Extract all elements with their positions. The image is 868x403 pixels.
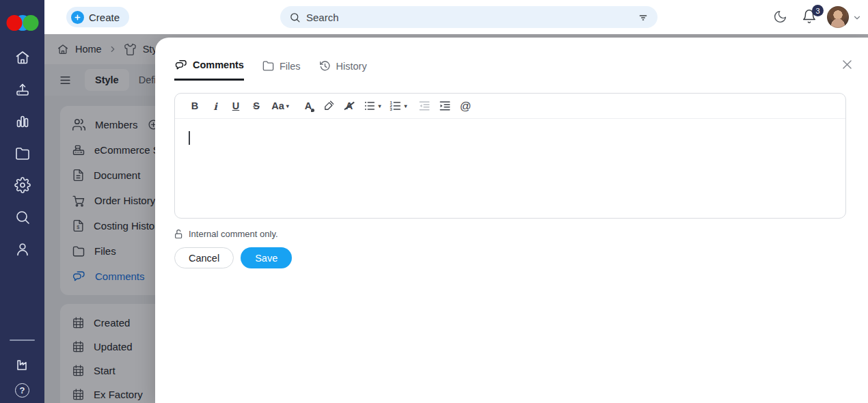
folder-icon <box>14 145 31 162</box>
chevron-down-icon[interactable] <box>852 13 862 23</box>
search-icon <box>289 12 301 23</box>
sidebar-item-factory[interactable] <box>0 357 44 373</box>
bullet-list-icon <box>364 100 376 112</box>
plus-icon <box>71 11 84 24</box>
drawer-actions: Cancel Save <box>174 247 292 268</box>
search-filter-icon[interactable] <box>638 12 649 23</box>
sidebar-item-profile[interactable] <box>0 241 44 258</box>
bullet-list-button[interactable]: ▾ <box>360 96 385 115</box>
tab-label: Comments <box>193 59 244 70</box>
outdent-button[interactable] <box>414 96 435 115</box>
gear-icon <box>14 177 31 193</box>
close-icon <box>841 58 854 71</box>
create-button-label: Create <box>89 12 120 23</box>
comment-editor: B i U S Aa▾ A A ▾ 123 ▾ <box>174 93 846 219</box>
numbered-list-button[interactable]: 123 ▾ <box>385 96 411 115</box>
tab-files[interactable]: Files <box>262 58 301 81</box>
app-root: Home Sty Style Definitio Members <box>0 0 868 403</box>
folder-icon <box>262 59 275 72</box>
comments-icon <box>174 58 188 72</box>
sidebar-divider <box>10 339 35 341</box>
nav-rail: ? <box>0 0 44 403</box>
cancel-button[interactable]: Cancel <box>174 247 234 268</box>
chevron-down-icon: ▾ <box>378 103 381 109</box>
svg-text:3: 3 <box>390 107 392 111</box>
tab-label: History <box>336 61 367 72</box>
unlock-icon <box>174 229 184 239</box>
sidebar-item-help[interactable]: ? <box>0 382 44 398</box>
app-logo[interactable] <box>6 14 39 32</box>
comment-text-area[interactable] <box>175 119 845 219</box>
sidebar-item-search[interactable] <box>0 209 44 225</box>
sidebar-item-home[interactable] <box>0 49 44 66</box>
search-bar <box>280 6 657 28</box>
highlighter-icon <box>323 100 335 112</box>
home-icon <box>14 49 31 66</box>
person-icon <box>14 241 31 258</box>
italic-button[interactable]: i <box>205 96 226 115</box>
text-caret <box>189 131 190 145</box>
moon-icon <box>773 10 787 24</box>
tab-history[interactable]: History <box>318 58 367 81</box>
factory-icon <box>14 357 31 373</box>
help-icon: ? <box>15 383 29 398</box>
font-size-button[interactable]: Aa▾ <box>267 96 294 115</box>
history-icon <box>318 59 331 72</box>
bar-chart-icon <box>14 113 31 130</box>
mention-button[interactable]: @ <box>455 96 476 115</box>
highlight-button[interactable] <box>318 96 339 115</box>
sidebar-item-settings[interactable] <box>0 177 44 193</box>
editor-toolbar: B i U S Aa▾ A A ▾ 123 ▾ <box>175 94 845 119</box>
notification-count-badge: 3 <box>812 5 824 16</box>
tab-label: Files <box>280 61 301 72</box>
indent-button[interactable] <box>435 96 455 115</box>
comments-drawer: Comments Files History B <box>155 38 868 403</box>
upload-icon <box>14 81 31 98</box>
search-input[interactable] <box>306 12 632 23</box>
chevron-down-icon: ▾ <box>404 103 407 109</box>
tab-comments[interactable]: Comments <box>174 58 244 81</box>
search-icon <box>14 209 31 225</box>
text-color-button[interactable]: A <box>298 96 318 115</box>
save-button[interactable]: Save <box>241 247 292 268</box>
avatar[interactable] <box>827 6 849 28</box>
sidebar-item-folders[interactable] <box>0 145 44 162</box>
indent-icon <box>439 100 451 112</box>
notifications-button[interactable]: 3 <box>802 9 818 25</box>
numbered-list-icon: 123 <box>390 100 402 112</box>
dark-mode-toggle[interactable] <box>773 10 787 24</box>
underline-button[interactable]: U <box>226 96 246 115</box>
clear-format-button[interactable]: A <box>339 96 360 115</box>
outdent-icon <box>418 100 431 112</box>
close-drawer-button[interactable] <box>841 58 854 71</box>
internal-note: Internal comment only. <box>174 229 278 239</box>
sidebar-item-analytics[interactable] <box>0 113 44 130</box>
strikethrough-button[interactable]: S <box>246 96 267 115</box>
top-bar: Create 3 <box>44 0 868 34</box>
drawer-tabs: Comments Files History <box>174 58 367 81</box>
chevron-down-icon: ▾ <box>286 103 289 109</box>
sidebar-item-upload[interactable] <box>0 81 44 98</box>
create-button[interactable]: Create <box>66 7 129 27</box>
internal-note-text: Internal comment only. <box>189 229 278 239</box>
bold-button[interactable]: B <box>185 96 205 115</box>
